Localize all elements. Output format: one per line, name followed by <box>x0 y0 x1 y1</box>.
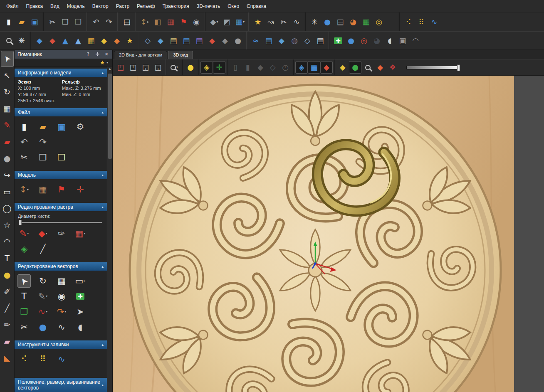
paste-vector-icon[interactable]: ✚ <box>74 290 87 303</box>
section-fill-header[interactable]: Инструменты заливки ▴ <box>15 340 107 349</box>
star-tool-icon[interactable]: ☆ <box>1 217 13 233</box>
collapse-icon[interactable]: ▴ <box>101 383 104 387</box>
pressed-box-icon[interactable]: ▣ <box>397 35 408 47</box>
dome-icon[interactable]: ● <box>321 16 333 28</box>
open-model-icon[interactable]: ▰ <box>16 16 27 28</box>
preview-relief-icon[interactable]: ◆ <box>337 62 349 73</box>
material-icon[interactable]: ◧ <box>152 16 163 28</box>
menu-item[interactable]: Модель <box>63 1 89 11</box>
sheet-stack-icon[interactable]: ▤ <box>168 35 179 47</box>
side-view-icon[interactable]: ◱ <box>140 62 151 73</box>
section-position-header[interactable]: Положение, размер, выравнивание векторов… <box>15 378 107 392</box>
rect-tool-icon[interactable]: ▭ <box>1 184 13 200</box>
collapse-icon[interactable]: ▴ <box>101 343 104 347</box>
new-model-icon[interactable]: ▮ <box>3 16 15 28</box>
relief-gray-icon[interactable]: ◆ <box>255 62 266 73</box>
erase-relief-icon[interactable]: ◆ <box>47 35 58 47</box>
panel-scrollbar[interactable]: ▲ <box>107 67 112 392</box>
spin-icon[interactable]: ▲ <box>72 35 84 47</box>
invert-relief-icon[interactable]: ◆ <box>155 35 166 47</box>
zoom-objects-icon[interactable] <box>362 62 373 73</box>
brush-diameter-slider[interactable] <box>19 222 102 223</box>
fit-curve-icon[interactable]: ∿ <box>291 16 302 28</box>
select-tool-icon[interactable]: ➤ <box>1 51 13 67</box>
section-raster-header[interactable]: Редактирование растра ▴ <box>15 203 107 211</box>
redo-icon[interactable]: ↷ <box>37 136 49 148</box>
relief-diamond-icon[interactable]: ◆ <box>219 35 231 47</box>
smudge-tool-icon[interactable]: ✐ <box>1 284 13 299</box>
menu-item[interactable]: Рельеф <box>133 1 159 11</box>
add-colour-icon[interactable]: ▦▾ <box>74 227 87 240</box>
wedge-tool-icon[interactable]: ◣ <box>1 350 13 366</box>
bezier-icon[interactable]: ↝ <box>265 16 277 28</box>
collapse-icon[interactable]: ▴ <box>101 173 104 177</box>
arc-relief-icon[interactable]: ◠ <box>410 35 421 47</box>
paint-tool-icon[interactable]: ✎ <box>1 118 13 133</box>
dome-sphere-icon[interactable]: ● <box>345 35 357 47</box>
contrast-icon[interactable]: ◩ <box>221 16 233 28</box>
greyscale-view-icon[interactable]: ● <box>349 62 361 73</box>
turn-icon[interactable]: ◆ <box>98 35 110 47</box>
join-curve-icon[interactable]: ↷▾ <box>55 306 68 318</box>
erase-tool-icon[interactable]: ◆▾ <box>37 227 49 240</box>
set-model-size-icon[interactable]: ↕▸ <box>18 183 30 196</box>
set-model-size-icon[interactable]: ↕▸ <box>139 16 151 28</box>
fill-dots-icon[interactable]: ⠪ <box>18 353 30 365</box>
scroll-thumb[interactable] <box>108 74 112 159</box>
redo-icon[interactable]: ↷ <box>103 16 115 28</box>
block-icon[interactable]: ▯ <box>230 62 241 73</box>
emboss-icon[interactable]: ◆ <box>111 35 123 47</box>
trim-vectors-icon[interactable]: ✂ <box>278 16 289 28</box>
node-pen-icon[interactable]: ✎▾ <box>37 290 49 303</box>
grid-tool-icon[interactable]: ▦ <box>1 101 13 116</box>
settings-icon[interactable]: ⚙ <box>74 121 87 133</box>
save-model-icon[interactable]: ▣ <box>55 121 68 133</box>
offset-relief-icon[interactable]: ▤ <box>181 35 192 47</box>
fine-brush-icon[interactable]: ╱ <box>37 243 49 255</box>
fill-dots-icon[interactable]: ⠪ <box>403 16 414 28</box>
section-model-header[interactable]: Модель ▴ <box>15 171 107 179</box>
notes-flag-icon[interactable]: ⚑ <box>55 183 68 196</box>
add-relief-icon[interactable]: ✚ <box>332 35 344 47</box>
smooth-relief-icon[interactable]: ◇ <box>142 35 153 47</box>
paint-tool-icon[interactable]: ✎▾ <box>18 227 30 240</box>
wave-icon[interactable]: ≈ <box>250 35 262 47</box>
texture-star-icon[interactable]: ✳ <box>309 16 320 28</box>
grid-tool-icon[interactable]: ▦ <box>55 275 68 287</box>
text-tool-icon[interactable]: T <box>18 290 30 303</box>
palette-icon[interactable]: ▦ <box>165 16 176 28</box>
both-relief-icon[interactable]: ◆ <box>321 62 332 73</box>
cut-icon[interactable]: ✂ <box>47 16 58 28</box>
weave-icon[interactable]: ▦ <box>85 35 97 47</box>
help-icon[interactable]: ? <box>85 52 91 57</box>
menu-item[interactable]: Файл <box>2 1 22 11</box>
ellipse-tool-icon[interactable]: ◯ <box>1 201 13 216</box>
light-icon[interactable]: ● <box>185 62 196 73</box>
copy-icon[interactable]: ❐ <box>59 16 71 28</box>
favorites-star-icon[interactable]: ★ <box>100 59 105 66</box>
front-relief-icon[interactable]: ◈ <box>296 62 307 73</box>
pencil-tool-icon[interactable]: ✏ <box>1 317 13 333</box>
paste-icon[interactable]: ❒ <box>72 16 84 28</box>
center-model-icon[interactable]: ✛ <box>74 183 87 196</box>
tab-3d-view[interactable]: 3D вид <box>168 51 193 59</box>
trim-vectors-icon[interactable]: ✂ <box>18 321 30 333</box>
swirl-icon[interactable]: ◕ <box>347 16 359 28</box>
undo-icon[interactable]: ↶ <box>18 136 30 148</box>
mesh-icon[interactable]: ▦ <box>360 16 372 28</box>
flat-diamond-icon[interactable]: ◆ <box>276 35 287 47</box>
text-tool-icon[interactable]: T <box>1 251 13 266</box>
fill-dense-icon[interactable]: ⠿ <box>37 353 49 365</box>
texture-globe-icon[interactable]: ◍ <box>289 35 300 47</box>
node-edit-icon[interactable]: ↖ <box>1 68 13 83</box>
target-icon[interactable]: ◎ <box>358 35 370 47</box>
extrude-icon[interactable]: ▲ <box>59 35 71 47</box>
menu-item[interactable]: Вектор <box>89 1 112 11</box>
transform-tool-icon[interactable]: ↻ <box>37 275 49 287</box>
material-palette-icon[interactable]: ▦ <box>37 183 49 196</box>
ellipse-node-icon[interactable]: ◉ <box>55 290 68 303</box>
knife-tool-icon[interactable]: ╱ <box>1 301 13 316</box>
dark-sphere-icon[interactable]: ◕ <box>371 35 383 47</box>
collapse-icon[interactable]: ▴ <box>101 71 104 75</box>
rect-create-icon[interactable]: ▭▸ <box>74 275 87 287</box>
